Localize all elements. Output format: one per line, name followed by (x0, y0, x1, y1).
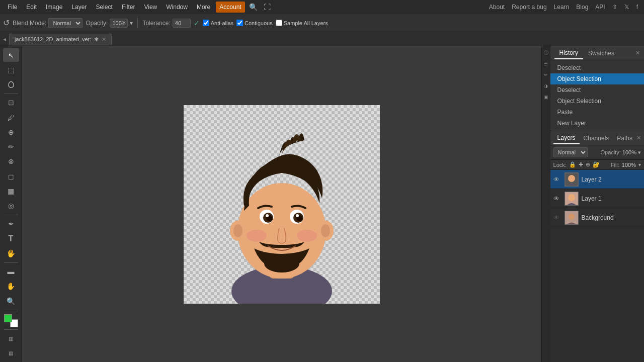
tab-paths[interactable]: Paths (613, 133, 636, 144)
contiguous-control[interactable]: Contiguous (236, 20, 273, 26)
hand-tool[interactable]: ✋ (3, 280, 19, 293)
shape-tool[interactable]: ▬ (3, 264, 19, 278)
gradient-tool[interactable]: ▦ (3, 184, 19, 198)
menu-edit[interactable]: Edit (23, 2, 40, 13)
menu-filter[interactable]: Filter (118, 2, 139, 13)
contiguous-label: Contiguous (245, 20, 273, 26)
opacity-control: Opacity: ▾ (86, 19, 133, 28)
extra-tool-1[interactable]: ▥ (3, 332, 19, 345)
history-item[interactable]: Object Selection (550, 73, 644, 84)
link-api[interactable]: API (593, 3, 607, 12)
link-report-bug[interactable]: Report a bug (510, 3, 548, 12)
history-item[interactable]: New Layer (550, 118, 644, 129)
lock-pixels-icon[interactable]: 🔒 (569, 161, 576, 168)
pen-tool[interactable]: ✒ (3, 217, 19, 231)
fill-value: 100% (622, 162, 636, 168)
selection-tool[interactable]: ↖ (3, 48, 19, 62)
panel-icon-colors[interactable]: ▣ (542, 93, 549, 102)
zoom-tool[interactable]: 🔍 (3, 294, 19, 308)
panel-icon-info[interactable]: ⓘ (542, 48, 549, 57)
tab-layers[interactable]: Layers (553, 132, 580, 144)
tool-separator-1 (4, 94, 18, 94)
menu-window[interactable]: Window (163, 2, 191, 13)
menu-more[interactable]: More (193, 2, 214, 13)
menu-layer[interactable]: Layer (68, 2, 90, 13)
menu-file[interactable]: File (4, 2, 21, 13)
extra-tool-2[interactable]: ▤ (3, 346, 19, 360)
healing-tool[interactable]: ⊕ (3, 125, 19, 139)
canvas-area[interactable] (22, 46, 541, 362)
layer-name: Layer 1 (582, 195, 602, 202)
sample-all-control[interactable]: Sample All Layers (276, 20, 328, 26)
crop-tool[interactable]: ⊡ (3, 96, 19, 110)
opacity-arrow-icon[interactable]: ▾ (638, 149, 641, 156)
brush-tool[interactable]: ✏ (3, 140, 19, 154)
link-blog[interactable]: Blog (574, 3, 590, 12)
link-learn[interactable]: Learn (552, 3, 572, 12)
tolerance-checkbox[interactable]: ✓ (194, 19, 200, 27)
panel-icon-brush[interactable]: ✏ (542, 70, 549, 79)
tab-channels[interactable]: Channels (580, 133, 613, 144)
menu-image[interactable]: Image (42, 2, 66, 13)
tab-close-button[interactable]: ✕ (102, 36, 106, 43)
menu-view[interactable]: View (140, 2, 160, 13)
lasso-tool[interactable] (3, 78, 19, 92)
contiguous-checkbox[interactable] (236, 20, 243, 26)
history-item[interactable]: Object Selection (550, 96, 644, 107)
search-icon[interactable]: 🔍 (247, 2, 260, 12)
layers-blend-mode-select[interactable]: Normal Multiply (553, 147, 588, 157)
eraser-tool[interactable]: ◻ (3, 169, 19, 183)
marquee-tool[interactable]: ⬚ (3, 63, 19, 76)
clone-tool[interactable]: ⊗ (3, 155, 19, 168)
fullscreen-icon[interactable]: ⛶ (262, 2, 273, 12)
panel-icon-layers[interactable]: ☰ (542, 59, 549, 68)
options-toolbar: ↺ Blend Mode: Normal Multiply Screen Opa… (0, 14, 644, 32)
menu-select[interactable]: Select (92, 2, 116, 13)
layer-row[interactable]: 👁 Layer 2 (550, 170, 644, 189)
layer-visibility-icon[interactable]: 👁 (553, 176, 561, 183)
document-tab[interactable]: jack883612_2D_animated_ver: ✱ ✕ (9, 34, 112, 45)
layer-row[interactable]: 👁 Layer 1 (550, 189, 644, 208)
layer-visibility-icon[interactable]: 👁 (553, 195, 561, 202)
layer-row[interactable]: 👁 Background (550, 208, 644, 227)
tolerance-input[interactable] (173, 19, 191, 28)
anti-alias-control[interactable]: Anti-alias (203, 20, 233, 26)
link-about[interactable]: About (487, 3, 507, 12)
facebook-icon[interactable]: f (634, 3, 640, 12)
lock-label: Lock: (553, 162, 567, 168)
twitter-icon[interactable]: 𝕏 (622, 3, 631, 12)
back-arrow-icon[interactable]: ◂ (3, 36, 6, 43)
smudge-tool[interactable]: 🖐 (3, 246, 19, 260)
layers-panel-close[interactable]: ✕ (636, 135, 641, 141)
opacity-input[interactable] (110, 19, 128, 28)
dodge-tool[interactable]: ◎ (3, 199, 19, 213)
menu-account[interactable]: Account (216, 2, 245, 13)
lock-artboard-icon[interactable]: ⊕ (586, 161, 590, 168)
layer-thumbnail (565, 172, 579, 187)
share-icon[interactable]: ⇧ (610, 3, 619, 12)
eyedropper-tool[interactable]: 🖊 (3, 111, 19, 124)
history-item[interactable]: Paste (550, 107, 644, 118)
blend-mode-select[interactable]: Normal Multiply Screen (48, 18, 83, 28)
tabbar: ◂ jack883612_2D_animated_ver: ✱ ✕ (0, 32, 644, 46)
svg-point-16 (321, 224, 330, 237)
lock-all-icon[interactable]: 🔐 (593, 161, 600, 168)
sample-all-checkbox[interactable] (276, 20, 282, 26)
panel-icons: ⓘ ☰ ✏ ◑ ▣ (541, 46, 550, 362)
opacity-dropdown-icon[interactable]: ▾ (130, 20, 133, 27)
history-item[interactable]: Deselect (550, 62, 644, 73)
fill-arrow-icon[interactable]: ▾ (638, 162, 641, 167)
type-tool[interactable]: T (3, 232, 19, 245)
foreground-color-swatch[interactable] (4, 314, 12, 322)
layer-visibility-icon[interactable]: 👁 (553, 214, 561, 221)
svg-point-15 (233, 224, 243, 237)
titlebar: File Edit Image Layer Select Filter View… (0, 0, 644, 14)
panel-icon-adjust[interactable]: ◑ (542, 81, 549, 90)
history-item[interactable]: Deselect (550, 84, 644, 96)
tab-swatches[interactable]: Swatches (583, 48, 619, 59)
anti-alias-checkbox[interactable] (203, 20, 209, 26)
svg-point-17 (247, 230, 267, 242)
history-panel-close[interactable]: ✕ (635, 50, 640, 56)
tab-history[interactable]: History (554, 47, 583, 59)
lock-position-icon[interactable]: ✚ (579, 161, 583, 168)
